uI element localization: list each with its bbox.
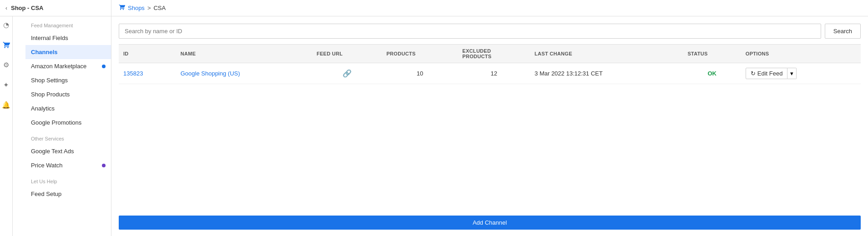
breadcrumb-shops-link[interactable]: Shops [128,5,145,11]
search-bar-container: Search [111,16,868,44]
internal-fields-label: Internal Fields [31,35,68,41]
sidebar-item-shop-settings[interactable]: Shop Settings [25,73,111,87]
edit-options-cell: ↻ Edit Feed ▾ [746,68,856,79]
col-feed-url: FEED URL [312,45,382,63]
sidebar-item-google-promotions[interactable]: Google Promotions [25,115,111,130]
let-us-help-label: Let Us Help [25,172,111,187]
price-watch-label: Price Watch [31,162,63,169]
row-products: 10 [382,63,458,84]
search-input[interactable] [119,24,821,39]
price-watch-dot [102,164,106,167]
col-options: OPTIONS [741,45,861,63]
row-excluded-products: 12 [458,63,530,84]
sidebar-header: ‹ Shop - CSA [0,0,111,16]
other-services-label: Other Services [25,130,111,144]
sidebar-item-amazon[interactable]: Amazon Marketplace [25,59,111,73]
status-ok-badge: OK [707,70,717,77]
sidebar: ‹ Shop - CSA ◔ ⚙ ✦ 🔔 Feed Management Int… [0,0,111,236]
row-options: ↻ Edit Feed ▾ [741,63,861,84]
edit-feed-dropdown-button[interactable]: ▾ [787,68,797,79]
channels-label: Channels [31,49,58,55]
table-header-row: ID NAME FEED URL PRODUCTS EXCLUDEDPRODUC… [119,45,861,63]
row-name: Google Shopping (US) [176,63,312,84]
feed-url-icon[interactable]: 🔗 [343,70,352,77]
icon-strip: ◔ ⚙ ✦ 🔔 [0,16,13,236]
settings-nav-icon[interactable]: ⚙ [1,60,11,70]
sidebar-menu: Feed Management Internal Fields Channels… [13,16,111,236]
sidebar-item-price-watch[interactable]: Price Watch [25,158,111,172]
col-status: STATUS [683,45,741,63]
tools-nav-icon[interactable]: ✦ [1,80,11,90]
col-products: PRODUCTS [382,45,458,63]
collapse-icon[interactable]: ‹ [5,5,7,11]
table-row: 135823 Google Shopping (US) 🔗 10 12 3 Ma… [119,63,861,84]
col-last-change: LAST CHANGE [530,45,683,63]
shop-settings-label: Shop Settings [31,77,68,84]
breadcrumb-current: CSA [153,5,166,11]
edit-feed-button[interactable]: ↻ Edit Feed [746,68,788,79]
analytics-icon[interactable]: ◔ [1,20,11,30]
main-content: Shops > CSA Search ID NAME FEED URL PROD… [111,0,868,236]
sidebar-item-analytics[interactable]: Analytics [25,101,111,115]
col-id: ID [119,45,176,63]
sidebar-item-channels[interactable]: Channels [25,45,111,59]
channel-id-link[interactable]: 135823 [123,70,143,77]
row-id: 135823 [119,63,176,84]
row-last-change: 3 Mar 2022 13:12:31 CET [530,63,683,84]
edit-feed-label: Edit Feed [757,70,783,77]
sidebar-title: Shop - CSA [11,5,44,11]
channels-table-container: ID NAME FEED URL PRODUCTS EXCLUDEDPRODUC… [111,44,868,209]
col-name: NAME [176,45,312,63]
search-button[interactable]: Search [825,24,861,39]
channels-table: ID NAME FEED URL PRODUCTS EXCLUDEDPRODUC… [119,44,861,84]
google-promotions-label: Google Promotions [31,119,81,126]
sidebar-item-feed-setup[interactable]: Feed Setup [25,187,111,201]
shop-products-label: Shop Products [31,91,70,98]
feed-management-label: Feed Management [25,16,111,31]
col-excluded-products: EXCLUDEDPRODUCTS [458,45,530,63]
amazon-dot [102,65,106,68]
edit-feed-icon: ↻ [751,70,756,77]
row-status: OK [683,63,741,84]
breadcrumb-separator: > [147,5,151,11]
sidebar-item-google-text-ads[interactable]: Google Text Ads [25,144,111,158]
sidebar-item-internal-fields[interactable]: Internal Fields [25,31,111,45]
cart-nav-icon[interactable] [1,40,11,50]
breadcrumb-cart-icon [119,4,125,12]
sidebar-item-shop-products[interactable]: Shop Products [25,87,111,101]
channel-name-link[interactable]: Google Shopping (US) [181,70,240,77]
add-channel-button[interactable]: Add Channel [119,216,861,230]
row-feed-url: 🔗 [312,63,382,84]
bell-nav-icon[interactable]: 🔔 [1,100,11,110]
breadcrumb: Shops > CSA [111,0,868,16]
feed-setup-label: Feed Setup [31,191,61,197]
amazon-label: Amazon Marketplace [31,63,86,70]
google-text-ads-label: Google Text Ads [31,148,74,155]
analytics-label: Analytics [31,105,55,112]
